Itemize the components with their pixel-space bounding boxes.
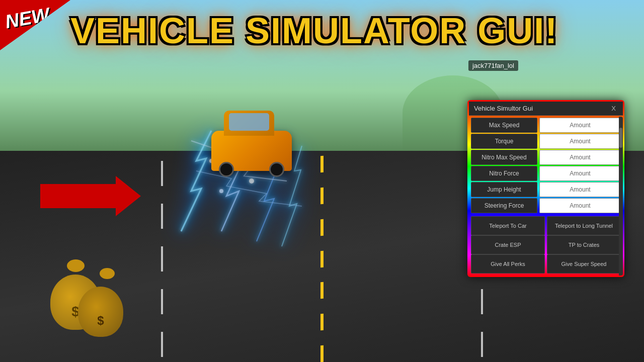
wheel-back (219, 162, 234, 177)
money-bags (50, 262, 123, 332)
gui-buttons: Teleport To CarTeleport to Long TunnelCr… (471, 216, 621, 274)
gui-row-input[interactable] (539, 118, 621, 133)
gui-row-input[interactable] (539, 150, 621, 165)
gui-row-label: Jump Height (471, 182, 537, 197)
gui-row-label: Steering Force (471, 198, 537, 213)
wheel-front (269, 162, 284, 177)
gui-row-input[interactable] (539, 134, 621, 149)
svg-point-4 (219, 189, 223, 193)
car-top (224, 111, 274, 136)
gui-row-label: Max Speed (471, 118, 537, 133)
red-arrow (40, 176, 141, 216)
gui-scrollbar-thumb (619, 128, 622, 148)
svg-point-3 (249, 178, 254, 184)
gui-close-button[interactable]: X (609, 105, 618, 112)
car-windshield (229, 113, 269, 131)
gui-rows-container: Max Speed Torque Nitro Max Speed Nitro F… (471, 118, 621, 213)
gui-action-button[interactable]: Teleport to Long Tunnel (547, 216, 621, 235)
car-container (211, 131, 292, 171)
gui-button-row: Crate ESPTP to Crates (471, 235, 621, 254)
gui-action-button[interactable]: Teleport To Car (471, 216, 545, 235)
gui-row-input[interactable] (539, 198, 621, 213)
gui-row: Steering Force (471, 198, 621, 213)
gui-row: Max Speed (471, 118, 621, 133)
gui-row: Jump Height (471, 182, 621, 197)
gui-scrollbar[interactable] (619, 117, 623, 276)
gui-title-bar: Vehicle Simultor Gui X (469, 102, 623, 116)
gui-row-label: Torque (471, 134, 537, 149)
money-bag-2 (91, 270, 123, 332)
gui-button-row: Give All PerksGive Super Speed (471, 254, 621, 274)
gui-row-label: Nitro Force (471, 166, 537, 181)
main-title: VEHICLE SIMULATOR GUI! (70, 10, 493, 51)
arrow-shape (40, 176, 141, 216)
gui-row: Nitro Max Speed (471, 150, 621, 165)
gui-button-row: Teleport To CarTeleport to Long Tunnel (471, 216, 621, 235)
bag-group (50, 262, 123, 332)
gui-row-input[interactable] (539, 166, 621, 181)
gui-row-input[interactable] (539, 182, 621, 197)
gui-row: Torque (471, 134, 621, 149)
gui-row-label: Nitro Max Speed (471, 150, 537, 165)
car-body (211, 131, 292, 171)
username-tag: jack771fan_lol (468, 60, 518, 71)
gui-action-button[interactable]: TP to Crates (547, 235, 621, 254)
gui-action-button[interactable]: Crate ESP (471, 235, 545, 254)
gui-title: Vehicle Simultor Gui (474, 105, 533, 112)
gui-action-button[interactable]: Give Super Speed (547, 254, 621, 274)
gui-panel: Vehicle Simultor Gui X Max Speed Torque … (468, 101, 624, 277)
gui-row: Nitro Force (471, 166, 621, 181)
gui-button-rows: Teleport To CarTeleport to Long TunnelCr… (471, 216, 621, 274)
gui-body: Max Speed Torque Nitro Max Speed Nitro F… (469, 116, 623, 276)
lane-line-left (161, 151, 163, 362)
gui-action-button[interactable]: Give All Perks (471, 254, 545, 274)
